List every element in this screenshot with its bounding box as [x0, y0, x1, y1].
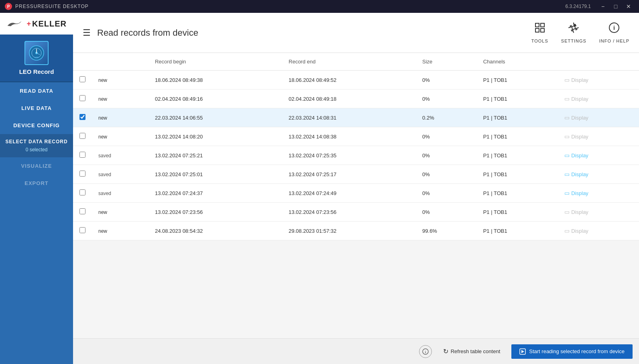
row-channels: P1 | TOB1 — [477, 184, 558, 203]
table-row[interactable]: saved13.02.2024 07:24:3713.02.2024 07:24… — [73, 184, 639, 203]
table-row[interactable]: new13.02.2024 07:23:5613.02.2024 07:23:5… — [73, 203, 639, 222]
start-reading-icon — [519, 348, 526, 355]
status-badge: saved — [98, 191, 111, 196]
display-link[interactable]: ▭ Display — [564, 190, 633, 196]
display-icon: ▭ — [564, 152, 570, 159]
table-row[interactable]: new02.04.2024 08:49:1602.04.2024 08:49:1… — [73, 89, 639, 108]
main-content: ☰ Read records from device TOOLS — [73, 13, 639, 364]
sidebar: + KELLER LEO LEO Record READ DATA LIVE — [0, 13, 73, 364]
tools-button[interactable]: TOOLS — [531, 22, 548, 43]
row-channels: P1 | TOB1 — [477, 108, 558, 127]
table-row[interactable]: saved13.02.2024 07:25:0113.02.2024 07:25… — [73, 165, 639, 184]
row-checkbox[interactable] — [79, 133, 85, 139]
row-channels: P1 | TOB1 — [477, 89, 558, 108]
table-row[interactable]: new18.06.2024 08:49:3818.06.2024 08:49:5… — [73, 71, 639, 89]
row-record-begin: 24.08.2023 08:54:32 — [149, 222, 282, 240]
refresh-button[interactable]: ↻ Refresh table content — [438, 344, 505, 358]
app-icon: P — [5, 3, 12, 10]
row-display-cell: ▭ Display — [558, 108, 639, 127]
row-size: 0% — [416, 184, 477, 203]
row-display-cell: ▭ Display — [558, 222, 639, 240]
table-row[interactable]: new13.02.2024 14:08:2013.02.2024 14:08:3… — [73, 127, 639, 146]
display-icon: ▭ — [564, 77, 570, 83]
settings-button[interactable]: SETTINGS — [561, 22, 586, 43]
row-checkbox[interactable] — [79, 95, 85, 101]
header-checkbox — [73, 53, 92, 71]
status-badge: new — [98, 228, 107, 234]
status-badge: new — [98, 115, 107, 121]
row-checkbox[interactable] — [79, 152, 85, 158]
status-badge: saved — [98, 172, 111, 177]
nav-visualize[interactable]: VISUALIZE — [0, 157, 73, 175]
status-badge: new — [98, 209, 107, 215]
row-record-begin: 13.02.2024 14:08:20 — [149, 127, 282, 146]
nav-live-data[interactable]: LIVE DATA — [0, 100, 73, 117]
svg-rect-7 — [541, 23, 544, 27]
row-channels: P1 | TOB1 — [477, 203, 558, 222]
info-button[interactable]: i — [419, 345, 432, 358]
display-link: ▭ Display — [564, 96, 633, 102]
row-size: 99.6% — [416, 222, 477, 240]
row-checkbox[interactable] — [79, 76, 85, 82]
device-image: LEO — [28, 45, 45, 61]
display-link[interactable]: ▭ Display — [564, 152, 633, 159]
records-table: Record begin Record end Size Channels ne… — [73, 53, 639, 240]
nav-device-config[interactable]: DEVICE CONFIG — [0, 117, 73, 134]
close-button[interactable]: ✕ — [623, 2, 634, 11]
start-reading-label: Start reading selected record from devic… — [529, 348, 625, 354]
row-checkbox[interactable] — [79, 114, 85, 120]
table-row[interactable]: saved13.02.2024 07:25:2113.02.2024 07:25… — [73, 146, 639, 165]
display-link: ▭ Display — [564, 77, 633, 83]
row-channels: P1 | TOB1 — [477, 71, 558, 89]
row-display-cell: ▭ Display — [558, 184, 639, 203]
display-icon: ▭ — [564, 133, 570, 140]
row-channels: P1 | TOB1 — [477, 165, 558, 184]
row-record-end: 29.08.2023 01:57:32 — [282, 222, 416, 240]
display-icon: ▭ — [564, 190, 570, 196]
row-status: new — [92, 108, 149, 127]
header-channels: Channels — [477, 53, 558, 71]
settings-icon — [568, 22, 579, 36]
row-record-end: 13.02.2024 14:08:38 — [282, 127, 416, 146]
table-row[interactable]: new24.08.2023 08:54:3229.08.2023 01:57:3… — [73, 222, 639, 240]
row-record-end: 18.06.2024 08:49:52 — [282, 71, 416, 89]
keller-cross-icon: + — [26, 20, 31, 28]
row-status: new — [92, 203, 149, 222]
info-help-label: INFO / HELP — [599, 39, 629, 43]
info-help-button[interactable]: i INFO / HELP — [599, 22, 629, 43]
display-icon: ▭ — [564, 209, 570, 215]
row-checkbox-cell — [73, 89, 92, 108]
tools-icon — [534, 22, 545, 36]
display-link: ▭ Display — [564, 228, 633, 234]
display-link[interactable]: ▭ Display — [564, 171, 633, 177]
row-status: new — [92, 222, 149, 240]
start-reading-button[interactable]: Start reading selected record from devic… — [511, 344, 633, 359]
row-checkbox[interactable] — [79, 189, 85, 195]
restore-button[interactable]: □ — [610, 2, 621, 11]
header-record-begin: Record begin — [149, 53, 282, 71]
table-row[interactable]: new22.03.2024 14:06:5522.03.2024 14:08:3… — [73, 108, 639, 127]
minimize-button[interactable]: − — [597, 2, 608, 11]
status-badge: new — [98, 77, 107, 83]
row-size: 0% — [416, 89, 477, 108]
svg-rect-8 — [535, 28, 539, 32]
info-circle-icon: i — [608, 22, 620, 33]
menu-icon[interactable]: ☰ — [83, 28, 91, 38]
nav-export[interactable]: EXPORT — [0, 175, 73, 192]
row-checkbox[interactable] — [79, 227, 85, 233]
app-version: 6.3.24179.1 — [566, 4, 591, 9]
row-checkbox-cell — [73, 108, 92, 127]
nav-read-data[interactable]: READ DATA — [0, 82, 73, 100]
row-record-begin: 13.02.2024 07:25:01 — [149, 165, 282, 184]
row-checkbox[interactable] — [79, 171, 85, 177]
table-header: Record begin Record end Size Channels — [73, 53, 639, 71]
topbar-right: TOOLS SETTINGS — [531, 22, 629, 43]
row-record-end: 13.02.2024 07:24:49 — [282, 184, 416, 203]
row-record-begin: 18.06.2024 08:49:38 — [149, 71, 282, 89]
page-title: Read records from device — [97, 28, 198, 38]
app-container: + KELLER LEO LEO Record READ DATA LIVE — [0, 13, 639, 364]
row-checkbox[interactable] — [79, 208, 85, 214]
row-record-begin: 13.02.2024 07:24:37 — [149, 184, 282, 203]
topbar: ☰ Read records from device TOOLS — [73, 13, 639, 53]
keller-logo-text: KELLER — [32, 19, 67, 28]
